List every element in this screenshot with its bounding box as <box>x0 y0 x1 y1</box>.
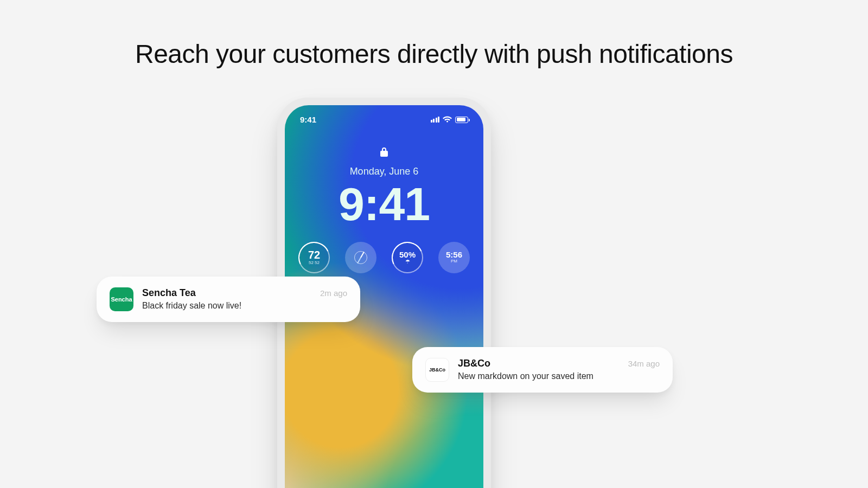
lockscreen-widgets: 72 52 52 50% ☂ 5:56 PM <box>285 242 483 273</box>
notification-time: 2m ago <box>320 288 347 298</box>
signal-icon <box>431 117 440 123</box>
battery-icon <box>455 117 468 123</box>
status-bar: 9:41 <box>285 115 483 124</box>
widget-time: 5:56 PM <box>438 242 470 273</box>
widget-weather: 50% ☂ <box>392 242 423 273</box>
app-icon: JB&Co <box>425 358 449 382</box>
headline: Reach your customers directly with push … <box>0 39 868 69</box>
wifi-icon <box>443 115 452 124</box>
umbrella-icon: ☂ <box>405 259 410 265</box>
widget-temperature: 72 52 52 <box>298 242 330 273</box>
notification-message: Black friday sale now live! <box>142 301 311 311</box>
marketing-hero: Reach your customers directly with push … <box>0 0 868 488</box>
lock-clock: 9:41 <box>285 181 483 227</box>
widget-compass <box>345 242 376 273</box>
lock-date: Monday, June 6 <box>285 166 483 177</box>
weather-percent: 50% <box>399 251 416 259</box>
notification-card[interactable]: JB&Co JB&Co New markdown on your saved i… <box>412 347 673 393</box>
temp-value: 72 <box>308 249 320 260</box>
status-time: 9:41 <box>300 115 316 124</box>
temp-lo: 52 <box>309 260 314 265</box>
notification-title: JB&Co <box>458 358 620 369</box>
widget-time-ampm: PM <box>451 259 457 264</box>
notification-message: New markdown on your saved item <box>458 371 620 381</box>
notification-title: Sencha Tea <box>142 287 311 299</box>
temp-hi: 52 <box>315 260 320 265</box>
lock-icon <box>380 150 388 159</box>
notification-card[interactable]: Sencha Sencha Tea Black friday sale now … <box>97 277 360 322</box>
widget-time-value: 5:56 <box>446 251 462 259</box>
app-icon: Sencha <box>110 287 133 311</box>
notification-time: 34m ago <box>628 359 660 368</box>
